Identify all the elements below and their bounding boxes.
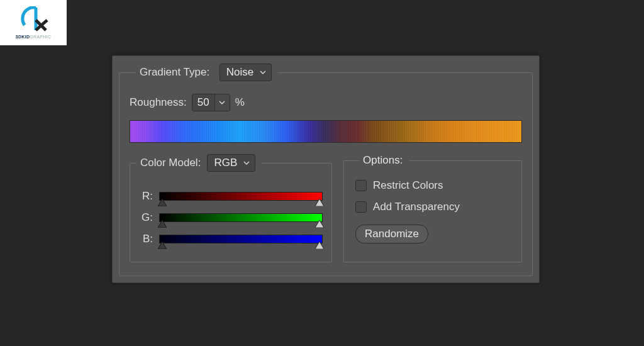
channel-r-track [159, 192, 323, 201]
brand-logo: 3DKIDGRAPHIC [0, 0, 67, 45]
gradient-preview [130, 120, 522, 143]
gradient-editor-panel: Gradient Type: Noise Roughness: 50 % [112, 55, 540, 283]
chevron-down-icon [219, 99, 225, 106]
roughness-stepper[interactable] [214, 94, 230, 111]
roughness-value: 50 [192, 94, 214, 111]
channel-r: R: [139, 186, 323, 207]
channel-g-min-knob[interactable] [158, 220, 167, 228]
chevron-down-icon [260, 69, 266, 75]
channel-r-label: R: [139, 190, 153, 203]
roughness-label: Roughness: [130, 96, 187, 109]
channel-g-slider[interactable] [159, 211, 323, 224]
checkbox-icon [355, 180, 367, 191]
channel-b-slider[interactable] [159, 233, 323, 245]
roughness-unit: % [235, 96, 245, 109]
options-legend: Options: [359, 154, 409, 167]
restrict-colors-label: Restrict Colors [373, 179, 443, 192]
channel-sliders: R: G: [139, 186, 323, 250]
options-group: Options: Restrict Colors Add Transparenc… [343, 154, 522, 262]
roughness-row: Roughness: 50 % [130, 94, 522, 111]
gradient-type-select[interactable]: Noise [219, 64, 272, 81]
lower-columns: Color Model: RGB R: [130, 154, 522, 262]
channel-b-track [159, 235, 323, 243]
channel-b-min-knob[interactable] [158, 242, 167, 249]
randomize-button[interactable]: Randomize [355, 225, 428, 243]
color-model-value: RGB [214, 157, 237, 169]
panel-frame: Gradient Type: Noise Roughness: 50 % [119, 64, 533, 276]
channel-g: G: [139, 207, 323, 228]
channel-r-min-knob[interactable] [158, 199, 167, 206]
logo-icon [14, 6, 52, 34]
color-model-label: Color Model: [140, 157, 201, 169]
channel-g-max-knob[interactable] [315, 220, 324, 228]
checkbox-icon [355, 201, 367, 213]
gradient-type-row: Gradient Type: Noise [136, 64, 278, 81]
channel-r-slider[interactable] [159, 190, 323, 203]
randomize-label: Randomize [365, 228, 419, 240]
color-model-group: Color Model: RGB R: [130, 154, 332, 262]
gradient-type-value: Noise [226, 66, 253, 79]
color-model-row: Color Model: RGB [136, 154, 262, 172]
channel-g-track [159, 213, 323, 222]
channel-r-max-knob[interactable] [315, 199, 324, 206]
color-model-select[interactable]: RGB [207, 154, 255, 172]
channel-b-label: B: [139, 233, 153, 245]
restrict-colors-checkbox[interactable]: Restrict Colors [355, 179, 513, 192]
roughness-input[interactable]: 50 [192, 94, 230, 111]
add-transparency-checkbox[interactable]: Add Transparency [355, 201, 513, 213]
logo-text: 3DKIDGRAPHIC [16, 35, 52, 39]
channel-b: B: [139, 228, 323, 250]
channel-b-max-knob[interactable] [315, 242, 324, 249]
channel-g-label: G: [139, 211, 153, 224]
add-transparency-label: Add Transparency [373, 201, 460, 213]
chevron-down-icon [243, 160, 250, 166]
gradient-type-label: Gradient Type: [140, 66, 209, 78]
